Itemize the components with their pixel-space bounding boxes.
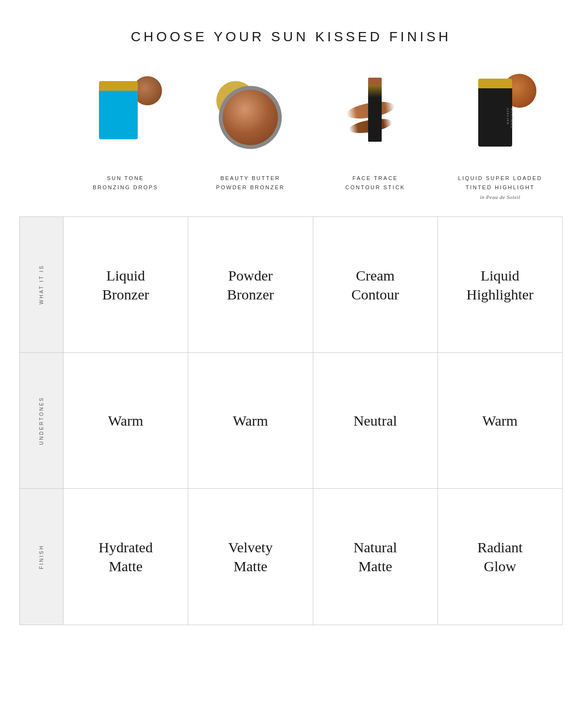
page-title: CHOOSE YOUR SUN KISSED FINISH bbox=[131, 29, 451, 45]
row-cells-finish: HydratedMatte VelvetyMatte NaturalMatte … bbox=[64, 489, 562, 625]
spacer bbox=[19, 69, 63, 202]
product-name-3: FACE TRACE CONTOUR STICK bbox=[345, 174, 405, 192]
product-col-4: WESTMAN ATELIER LIQUID SUPER LOADED TINT… bbox=[438, 69, 563, 202]
table-row-undertones: UNDERTONES Warm Warm Neutral Warm bbox=[20, 353, 562, 489]
cell-undertone-warm-3: Warm bbox=[438, 353, 562, 488]
cell-undertone-warm-1: Warm bbox=[64, 353, 188, 488]
cell-what-liquid-bronzer: LiquidBronzer bbox=[64, 217, 188, 352]
cell-finish-natural-matte: NaturalMatte bbox=[313, 489, 438, 625]
table-row-finish: FINISH HydratedMatte VelvetyMatte Natura… bbox=[20, 489, 562, 625]
cell-finish-radiant-glow: RadiantGlow bbox=[438, 489, 562, 625]
product-name-2: BEAUTY BUTTER POWDER BRONZER bbox=[216, 174, 285, 192]
row-cells-what-it-is: LiquidBronzer PowderBronzer CreamContour… bbox=[64, 217, 562, 352]
product-image-3 bbox=[318, 69, 433, 166]
cell-finish-velvety-matte: VelvetyMatte bbox=[188, 489, 313, 625]
cell-undertone-neutral: Neutral bbox=[313, 353, 438, 488]
product-col-2: BEAUTY BUTTER POWDER BRONZER bbox=[188, 69, 313, 202]
product-col-1: SUN TONE BRONZING DROPS bbox=[63, 69, 188, 202]
product-col-3: FACE TRACE CONTOUR STICK bbox=[313, 69, 438, 202]
product-name-4: LIQUID SUPER LOADED TINTED HIGHLIGHT in … bbox=[458, 174, 542, 202]
product-image-4: WESTMAN ATELIER bbox=[443, 69, 558, 166]
row-label-finish: FINISH bbox=[20, 489, 64, 625]
products-grid: SUN TONE BRONZING DROPS BEAUTY BUTTER PO… bbox=[63, 69, 563, 202]
row-label-undertones: UNDERTONES bbox=[20, 353, 64, 488]
table-row-what-it-is: WHAT IT IS LiquidBronzer PowderBronzer C… bbox=[20, 217, 562, 353]
comparison-table: WHAT IT IS LiquidBronzer PowderBronzer C… bbox=[19, 216, 563, 625]
cell-finish-hydrated-matte: HydratedMatte bbox=[64, 489, 188, 625]
page-wrapper: CHOOSE YOUR SUN KISSED FINISH SUN TONE B… bbox=[0, 0, 582, 654]
row-cells-undertones: Warm Warm Neutral Warm bbox=[64, 353, 562, 488]
products-header: SUN TONE BRONZING DROPS BEAUTY BUTTER PO… bbox=[19, 69, 563, 202]
product-image-1 bbox=[68, 69, 183, 166]
product-image-2 bbox=[193, 69, 308, 166]
cell-what-cream-contour: CreamContour bbox=[313, 217, 438, 352]
row-label-what-it-is: WHAT IT IS bbox=[20, 217, 64, 352]
cell-what-liquid-highlighter: LiquidHighlighter bbox=[438, 217, 562, 352]
cell-what-powder-bronzer: PowderBronzer bbox=[188, 217, 313, 352]
cell-undertone-warm-2: Warm bbox=[188, 353, 313, 488]
product-name-1: SUN TONE BRONZING DROPS bbox=[93, 174, 158, 192]
